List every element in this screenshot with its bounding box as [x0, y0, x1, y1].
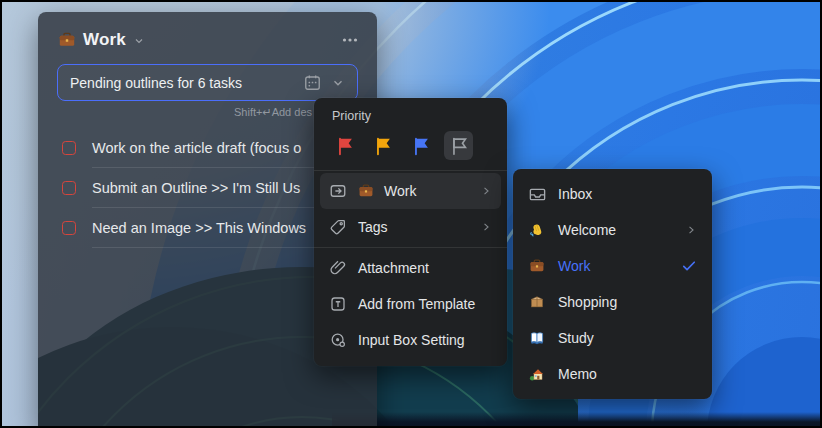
paperclip-icon: [328, 259, 348, 277]
menu-item-label: Work: [384, 183, 469, 199]
task-title[interactable]: Work on the article draft (focus o: [92, 140, 301, 156]
menu-item-label: Attachment: [358, 260, 493, 276]
menu-item-move-to-list[interactable]: Work: [320, 173, 501, 209]
quick-add-options-menu: Priority: [314, 98, 507, 366]
package-emoji: [527, 294, 547, 310]
calendar-icon[interactable]: [303, 73, 322, 92]
submenu-item-shopping[interactable]: Shopping: [513, 284, 712, 320]
submenu-item-inbox[interactable]: Inbox: [513, 176, 712, 212]
menu-divider: [314, 170, 507, 171]
more-options-icon[interactable]: [339, 29, 361, 51]
menu-item-label: Tags: [358, 219, 469, 235]
submenu-item-label: Memo: [558, 366, 698, 382]
inbox-icon: [527, 185, 547, 204]
priority-flag-row: [314, 129, 507, 168]
menu-divider: [314, 247, 507, 248]
tag-icon: [328, 218, 348, 236]
menu-item-label: Add from Template: [358, 296, 493, 312]
move-to-list-icon: [328, 182, 348, 200]
quick-add-chevron-down-icon[interactable]: [331, 76, 345, 90]
submenu-item-label: Welcome: [558, 222, 673, 238]
checkmark-icon: [680, 257, 698, 275]
submenu-item-welcome[interactable]: Welcome: [513, 212, 712, 248]
briefcase-emoji: [58, 31, 76, 49]
briefcase-emoji: [527, 258, 547, 274]
house-emoji: [527, 366, 547, 382]
submenu-item-label: Inbox: [558, 186, 698, 202]
high-priority-flag-icon[interactable]: [330, 131, 359, 160]
list-title: Work: [83, 30, 126, 50]
add-description-hint: Shift+↵Add des: [234, 106, 312, 119]
list-title-chevron-down-icon[interactable]: [133, 35, 145, 47]
no-priority-flag-icon[interactable]: [444, 131, 473, 160]
submenu-item-memo[interactable]: Memo: [513, 356, 712, 392]
submenu-item-work[interactable]: Work: [513, 248, 712, 284]
wave-emoji: [527, 222, 547, 238]
submenu-item-label: Work: [558, 258, 669, 274]
template-icon: [328, 295, 348, 313]
submenu-item-label: Shopping: [558, 294, 698, 310]
medium-priority-flag-icon[interactable]: [368, 131, 397, 160]
chevron-right-icon: [479, 184, 493, 198]
task-checkbox[interactable]: [62, 181, 76, 195]
menu-item-input-box-setting[interactable]: Input Box Setting: [320, 322, 501, 358]
briefcase-emoji: [358, 183, 374, 199]
task-title[interactable]: Need an Image >> This Windows: [92, 220, 306, 236]
input-settings-icon: [328, 331, 348, 349]
menu-item-add-from-template[interactable]: Add from Template: [320, 286, 501, 322]
chevron-right-icon: [684, 223, 698, 237]
menu-item-label: Input Box Setting: [358, 332, 493, 348]
book-emoji: [527, 330, 547, 346]
chevron-right-icon: [479, 220, 493, 234]
task-checkbox[interactable]: [62, 141, 76, 155]
list-picker-submenu: Inbox Welcome: [513, 169, 712, 399]
menu-item-tags[interactable]: Tags: [320, 209, 501, 245]
priority-section-label: Priority: [314, 107, 507, 129]
menu-item-attachment[interactable]: Attachment: [320, 250, 501, 286]
screenshot-root: Work Pending outlines for 6 tasks: [0, 0, 822, 428]
submenu-item-label: Study: [558, 330, 698, 346]
quick-add-input[interactable]: Pending outlines for 6 tasks: [57, 64, 358, 101]
list-header: Work: [58, 26, 361, 54]
submenu-item-study[interactable]: Study: [513, 320, 712, 356]
task-title[interactable]: Submit an Outline >> I'm Still Us: [92, 180, 300, 196]
low-priority-flag-icon[interactable]: [406, 131, 435, 160]
quick-add-value[interactable]: Pending outlines for 6 tasks: [70, 75, 294, 91]
wallpaper-bottom-shadow: [332, 412, 820, 428]
task-checkbox[interactable]: [62, 221, 76, 235]
